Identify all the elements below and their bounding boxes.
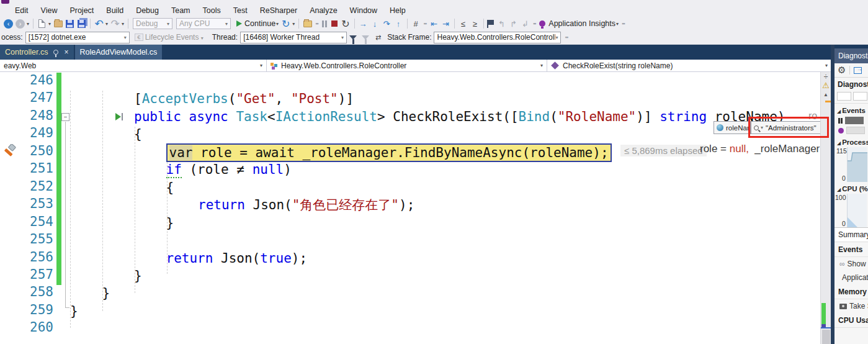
save-all-icon[interactable] <box>76 19 87 29</box>
navigate-back-icon[interactable]: ‹ <box>4 19 13 29</box>
menu-item-edit[interactable]: Edit <box>9 5 35 16</box>
break-all-icon[interactable] <box>322 20 327 27</box>
navigate-backward-code-icon[interactable]: ⇤ <box>429 19 439 29</box>
code-line-256[interactable]: 256return Json(true); <box>0 250 832 268</box>
scrollbar-up-arrow[interactable]: ▲ <box>821 92 831 97</box>
filter-threads-icon[interactable] <box>349 35 357 40</box>
code-editor[interactable]: 246247[AcceptVerbs("Get", "Post")]248−pu… <box>0 72 832 344</box>
settings-gear-icon[interactable]: ⚙ <box>838 65 846 76</box>
type-dropdown[interactable]: Heavy.Web.Controllers.RoleController ▾ <box>267 60 547 71</box>
menu-item-resharper[interactable]: ReSharper <box>254 5 303 16</box>
clear-bookmarks-icon[interactable]: ↲ <box>520 19 530 29</box>
redo-icon[interactable]: ↷ <box>110 19 120 29</box>
restart-app-icon[interactable]: ↻ <box>341 19 351 29</box>
code-line-257[interactable]: 257} <box>0 267 832 285</box>
suspend-threads-icon[interactable]: ⇄ <box>372 32 383 43</box>
menu-item-debug[interactable]: Debug <box>130 5 165 16</box>
lifecycle-events-combo[interactable]: Lifecycle Events ▾ <box>145 33 204 42</box>
navigate-forward-code-icon[interactable]: ⇥ <box>441 19 451 29</box>
menu-item-tools[interactable]: Tools <box>197 5 227 16</box>
menu-item-help[interactable]: Help <box>383 5 412 16</box>
new-file-caret[interactable]: ▾ <box>48 21 51 27</box>
show-next-statement-icon[interactable]: → <box>358 19 369 29</box>
scrollbar-thumb[interactable] <box>822 330 830 344</box>
current-statement-highlight[interactable]: var role = await _roleManager.FindByName… <box>166 143 612 162</box>
nav-dropdown-caret[interactable]: ▾ <box>27 21 29 27</box>
take-snapshot-link[interactable]: Take Snapshot <box>834 299 868 313</box>
continue-caret[interactable]: ▾ <box>276 21 279 27</box>
next-bookmark-icon[interactable]: ↱ <box>508 19 519 29</box>
events-bar-light <box>846 127 865 134</box>
code-line-251[interactable]: 251if (role ≠ null) <box>0 161 832 179</box>
menu-item-project[interactable]: Project <box>63 5 100 16</box>
events-header[interactable]: ◢Events <box>834 104 868 115</box>
run-to-here-icon[interactable] <box>115 113 123 120</box>
editor-vertical-scrollbar[interactable]: ÷ ⚠ ▲ <box>820 72 831 344</box>
continue-button[interactable]: Continue <box>244 19 275 28</box>
save-icon[interactable] <box>65 19 75 29</box>
navigate-forward-icon[interactable]: › <box>16 19 25 29</box>
restart-icon[interactable]: ↻ <box>280 19 291 29</box>
line-number-icon[interactable]: # <box>411 19 421 29</box>
process-combo[interactable]: [1572] dotnet.exe▾ <box>25 32 130 43</box>
panel-title[interactable]: Diagnostic Tools <box>834 48 868 63</box>
cpu-header[interactable]: ◢CPU (% <box>834 182 868 194</box>
member-dropdown[interactable]: CheckRoleExist(string roleName) ▾ <box>547 60 832 71</box>
code-token: true <box>260 251 292 266</box>
summary-tab[interactable]: Summary <box>834 227 868 242</box>
scrollbar-splitter-icon[interactable]: ÷ <box>821 73 831 81</box>
project-dropdown[interactable]: eavy.Web ▾ <box>0 60 267 71</box>
undo-icon[interactable]: ↶ <box>94 19 104 29</box>
menu-item-analyze[interactable]: Analyze <box>303 5 343 16</box>
solution-config-combo[interactable]: Debug▾ <box>133 18 172 29</box>
code-line-260[interactable]: 260 <box>0 320 832 338</box>
step-out-icon[interactable]: ↑ <box>393 19 404 29</box>
stack-frame-combo[interactable]: Heavy.Web.Controllers.RoleController.Chi… <box>434 32 561 43</box>
fold-collapse-icon[interactable]: − <box>61 113 69 121</box>
process-header[interactable]: ◢Process <box>834 135 868 147</box>
menu-item-view[interactable]: View <box>35 5 64 16</box>
restart-caret[interactable]: ▾ <box>292 21 295 27</box>
application-insights-caret[interactable]: ▾ <box>616 21 619 27</box>
thread-combo[interactable]: [16468] Worker Thread▾ <box>240 32 347 43</box>
redo-caret[interactable]: ▾ <box>122 21 124 27</box>
indent-increase-icon[interactable]: ≥ <box>470 19 480 29</box>
perf-tip[interactable]: ≤ 5,869ms elapsed <box>620 145 707 156</box>
step-into-icon[interactable]: ↓ <box>370 19 380 29</box>
code-line-255[interactable]: 255 <box>0 232 832 250</box>
menu-item-team[interactable]: Team <box>165 5 197 16</box>
find-in-code-icon[interactable] <box>302 19 313 29</box>
menu-item-window[interactable]: Window <box>344 5 383 16</box>
code-line-253[interactable]: 253return Json("角色已经存在了"); <box>0 196 832 214</box>
tab-close-icon[interactable]: × <box>64 48 68 57</box>
code-line-249[interactable]: 249{ <box>0 125 832 143</box>
export-icon[interactable] <box>854 67 862 74</box>
prev-bookmark-icon[interactable]: ↰ <box>496 19 507 29</box>
bookmark-icon[interactable] <box>488 20 494 25</box>
app-insights-link[interactable]: Application Insights <box>834 271 868 284</box>
code-line-252[interactable]: 252{ <box>0 179 832 197</box>
tab-pin-icon[interactable] <box>53 50 58 55</box>
application-insights-button[interactable]: Application Insights <box>548 19 615 28</box>
datatip-name-box[interactable]: roleName <box>714 121 751 134</box>
indent-decrease-icon[interactable]: ≤ <box>458 19 468 29</box>
solution-platform-combo[interactable]: Any CPU▾ <box>176 18 231 29</box>
new-file-icon[interactable] <box>37 19 47 29</box>
code-line-259[interactable]: 259} <box>0 302 832 320</box>
tab-roleaddviewmodel-cs[interactable]: RoleAddViewModel.cs <box>75 45 163 60</box>
menu-item-build[interactable]: Build <box>100 5 130 16</box>
tab-controller-cs[interactable]: Controller.cs× <box>0 45 74 60</box>
code-line-248[interactable]: 248−public async Task<IActionResult> Che… <box>0 108 832 126</box>
filter-flagged-icon[interactable] <box>362 35 369 40</box>
code-line-254[interactable]: 254} <box>0 214 832 232</box>
code-line-258[interactable]: 258} <box>0 284 832 302</box>
code-line-247[interactable]: 247[AcceptVerbs("Get", "Post")] <box>0 90 832 108</box>
code-line-246[interactable]: 246 <box>0 73 832 91</box>
step-over-icon[interactable]: ↷ <box>382 19 392 29</box>
undo-caret[interactable]: ▾ <box>105 21 108 27</box>
menu-item-test[interactable]: Test <box>227 5 254 16</box>
continue-play-icon[interactable] <box>236 20 242 27</box>
show-events-link[interactable]: ∞ Show Events <box>834 257 868 271</box>
stop-debugging-icon[interactable] <box>331 20 338 27</box>
open-file-icon[interactable] <box>53 19 63 29</box>
